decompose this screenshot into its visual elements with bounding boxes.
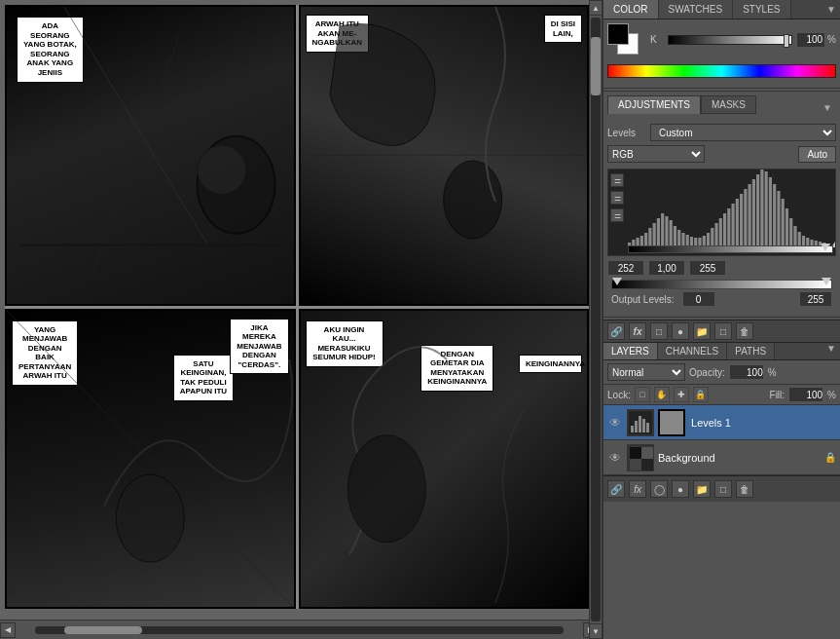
svg-rect-37	[740, 194, 743, 247]
layer-name-background: Background	[658, 452, 824, 464]
tab-swatches[interactable]: SWATCHES	[659, 0, 734, 19]
lock-position-btn[interactable]: ✚	[674, 387, 689, 402]
scroll-right-btn[interactable]: ▶	[583, 622, 589, 638]
svg-rect-35	[732, 204, 735, 247]
new-icon-btn[interactable]: □	[714, 480, 732, 498]
layers-section: 🔗 fx □ ● 📁 □ 🗑 LAYERS CHANNELS PATHS ▼ N…	[603, 320, 840, 639]
k-slider[interactable]	[668, 35, 792, 45]
scroll-left-btn[interactable]: ◀	[0, 622, 16, 638]
histogram-slider[interactable]	[628, 245, 833, 253]
link-icon-btn[interactable]: 🔗	[607, 480, 625, 498]
v-scroll-track[interactable]	[591, 18, 601, 621]
adj-layer-btn[interactable]: ●	[672, 322, 689, 340]
input-level-mid[interactable]	[648, 260, 685, 276]
v-scroll-thumb[interactable]	[591, 37, 601, 95]
svg-point-3	[198, 145, 246, 194]
h-scroll-track[interactable]	[35, 626, 564, 634]
layer-item-background[interactable]: 👁 Background 🔒	[603, 440, 840, 475]
output-levels-row: Output Levels:	[607, 291, 836, 307]
fg-swatch[interactable]	[607, 23, 629, 45]
panel-collapse-btn[interactable]: ▼	[822, 4, 840, 15]
lock-image-btn[interactable]: ✋	[654, 387, 670, 402]
bg-thumb-icon	[628, 445, 654, 471]
histogram-container: ⚌ ⚌ ⚌	[607, 169, 836, 256]
output-levels-label: Output Levels:	[611, 294, 674, 305]
black-point-eyedropper[interactable]: ⚌	[610, 173, 624, 187]
output-thumb-left[interactable]	[612, 278, 622, 285]
folder-icon-btn[interactable]: 📁	[693, 480, 711, 498]
layers-controls: Normal Multiply Screen Opacity: %	[603, 360, 840, 385]
tab-color[interactable]: COLOR	[603, 0, 659, 19]
canvas-area: ADASEORANGYANG BOTAK,SEORANGANAK YANGJEN…	[0, 0, 589, 639]
svg-rect-38	[744, 189, 747, 247]
input-level-white[interactable]	[689, 260, 726, 276]
lock-all-btn[interactable]: 🔒	[693, 387, 709, 402]
mask-icon-btn[interactable]: ◯	[650, 480, 668, 498]
svg-rect-33	[723, 213, 726, 247]
fx-icon-btn[interactable]: fx	[629, 480, 646, 498]
white-point-eyedropper[interactable]: ⚌	[610, 208, 624, 222]
tab-styles[interactable]: STYLES	[733, 0, 790, 19]
output-gradient[interactable]	[611, 280, 832, 289]
lock-label: Lock:	[607, 390, 631, 400]
layers-collapse-btn[interactable]: ▼	[822, 343, 840, 359]
svg-line-8	[7, 311, 294, 608]
channel-row: RGB Red Green Blue Auto	[607, 145, 836, 163]
svg-rect-43	[765, 171, 768, 247]
layers-tabs: LAYERS CHANNELS PATHS ▼	[603, 343, 840, 360]
layer-visibility-levels1[interactable]: 👁	[607, 415, 623, 431]
opacity-input[interactable]	[729, 364, 764, 380]
tab-masks[interactable]: MASKS	[701, 95, 756, 114]
h-scroll-thumb[interactable]	[64, 626, 142, 634]
output-thumb-right[interactable]	[822, 278, 831, 285]
folder-btn[interactable]: 📁	[693, 322, 711, 340]
link-layers-btn[interactable]: 🔗	[607, 322, 625, 340]
levels-preset-select[interactable]: Custom	[650, 124, 836, 141]
layer-visibility-background[interactable]: 👁	[607, 450, 623, 466]
mask-btn[interactable]: □	[650, 322, 668, 340]
fg-bg-row: K %	[607, 23, 836, 58]
input-level-black[interactable]	[607, 260, 644, 276]
auto-button[interactable]: Auto	[798, 146, 836, 163]
tab-layers[interactable]: LAYERS	[603, 343, 658, 359]
h-scrollbar[interactable]: ◀ ▶	[0, 620, 589, 639]
levels-row: Levels Custom	[607, 124, 836, 141]
output-min-input[interactable]	[682, 291, 715, 307]
color-tabs: COLOR SWATCHES STYLES ▼	[603, 0, 840, 19]
svg-rect-17	[657, 218, 660, 247]
svg-rect-63	[639, 416, 641, 432]
adj-icon-btn[interactable]: ●	[672, 480, 689, 498]
channel-select[interactable]: RGB Red Green Blue	[607, 145, 705, 163]
tab-adjustments[interactable]: ADJUSTMENTS	[607, 95, 701, 114]
opacity-pct: %	[768, 367, 777, 378]
adj-tabs: ADJUSTMENTS MASKS	[607, 95, 756, 114]
input-levels-row	[607, 260, 836, 276]
scroll-up-btn[interactable]: ▲	[589, 0, 603, 16]
svg-rect-62	[635, 421, 638, 432]
histogram-slider-thumb[interactable]	[821, 244, 830, 251]
fx-btn[interactable]: fx	[629, 322, 646, 340]
adj-header: ADJUSTMENTS MASKS ▼	[607, 95, 836, 120]
lock-transparent-btn[interactable]: □	[635, 387, 650, 402]
blend-mode-select[interactable]: Normal Multiply Screen	[607, 363, 685, 381]
spectrum-bar[interactable]	[607, 64, 836, 78]
k-slider-thumb[interactable]	[784, 34, 789, 48]
fg-bg-swatches[interactable]	[607, 23, 642, 58]
tab-channels[interactable]: CHANNELS	[658, 343, 727, 359]
delete-layer-btn[interactable]: 🗑	[736, 322, 753, 340]
output-max-input[interactable]	[799, 291, 832, 307]
new-layer-btn[interactable]: □	[714, 322, 732, 340]
k-value-input[interactable]	[796, 32, 825, 48]
layer-item-levels1[interactable]: 👁 Levels 1	[603, 405, 840, 440]
svg-rect-44	[769, 177, 772, 247]
tab-paths[interactable]: PATHS	[727, 343, 775, 359]
trash-icon-btn[interactable]: 🗑	[736, 480, 753, 498]
adj-collapse-btn[interactable]: ▼	[819, 102, 836, 113]
layer-name-levels1: Levels 1	[691, 417, 836, 429]
svg-point-6	[443, 161, 501, 239]
v-scrollbar[interactable]: ▲ ▼	[589, 0, 603, 639]
fill-input[interactable]	[788, 387, 823, 402]
scroll-down-btn[interactable]: ▼	[589, 623, 603, 639]
gray-point-eyedropper[interactable]: ⚌	[610, 191, 624, 205]
color-panel-content: K %	[603, 19, 840, 86]
